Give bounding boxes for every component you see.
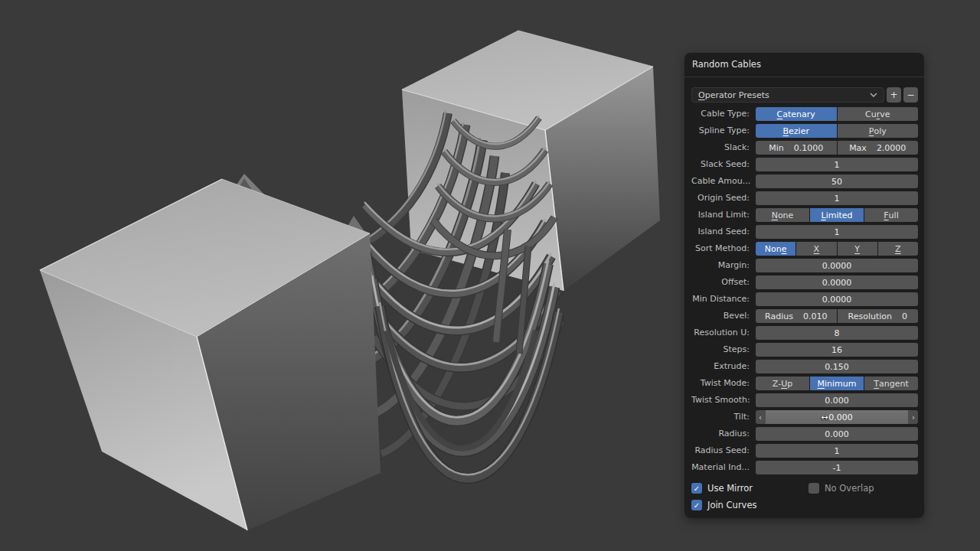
row-cable-type: Cable Type:CatenaryCurve — [691, 107, 918, 121]
field-bevel-resolution[interactable]: Resolution0 — [838, 309, 919, 323]
row-field: 0.150 — [756, 360, 918, 373]
row-field: NoneLimitedFull — [756, 208, 918, 222]
row-min-distance: Min Distance:0.0000 — [691, 292, 918, 306]
field-resolution-u[interactable]: 8 — [756, 326, 918, 340]
segment-none[interactable]: None — [756, 242, 795, 256]
field-cable-amou[interactable]: 50 — [756, 174, 918, 188]
row-field: Radius0.010Resolution0 — [756, 309, 918, 323]
checkbox-row-no-overlap: No Overlap — [808, 482, 874, 494]
row-steps: Steps:16 — [691, 343, 918, 357]
row-label: Twist Smooth: — [691, 393, 756, 407]
row-field: ↔0.000‹› — [756, 410, 918, 424]
add-preset-button[interactable]: + — [887, 87, 901, 103]
segment-x[interactable]: X — [796, 242, 836, 256]
pair-value: 0.010 — [803, 311, 828, 321]
segment-none[interactable]: None — [756, 208, 809, 222]
segment-limited[interactable]: Limited — [810, 208, 864, 222]
row-label: Island Seed: — [691, 225, 756, 239]
row-label: Min Distance: — [691, 292, 756, 306]
row-label: Steps: — [691, 343, 756, 357]
segment-poly[interactable]: Poly — [838, 124, 919, 138]
row-field: 1 — [756, 158, 918, 171]
row-field: 0.000 — [756, 427, 918, 441]
pair-name: Radius — [765, 311, 793, 321]
checkbox-label: No Overlap — [825, 483, 874, 494]
checkbox-join-curves[interactable]: ✓ — [691, 500, 702, 510]
operator-presets-dropdown[interactable]: Operator Presets — [691, 87, 884, 103]
row-radius: Radius:0.000 — [691, 427, 918, 441]
row-label: Origin Seed: — [691, 191, 756, 205]
row-resolution-u: Resolution U:8 — [691, 326, 918, 340]
drag-cursor-icon: ↔ — [821, 412, 828, 422]
remove-preset-button[interactable]: − — [903, 87, 918, 103]
field-min-distance[interactable]: 0.0000 — [756, 292, 918, 306]
panel-separator — [684, 77, 924, 77]
row-label: Island Limit: — [691, 208, 756, 222]
panel-title: Random Cables — [692, 59, 761, 70]
panel-rows: Cable Type:CatenaryCurveSpline Type:Bezi… — [691, 107, 918, 478]
checkbox-label: Join Curves — [707, 500, 757, 510]
row-radius-seed: Radius Seed:1 — [691, 444, 918, 458]
field-offset[interactable]: 0.0000 — [756, 276, 918, 289]
row-margin: Margin:0.0000 — [691, 259, 918, 272]
row-twist-mode: Twist Mode:Z-UpMinimumTangent — [691, 377, 918, 390]
segment-minimum[interactable]: Minimum — [810, 377, 864, 390]
segment-y[interactable]: Y — [838, 242, 877, 256]
segment-full[interactable]: Full — [864, 208, 918, 222]
segment-curve[interactable]: Curve — [838, 107, 919, 121]
row-slack: Slack:Min0.1000Max2.0000 — [691, 141, 918, 155]
field-bevel-radius[interactable]: Radius0.010 — [756, 309, 837, 323]
checkbox-use-mirror[interactable]: ✓ — [691, 483, 702, 494]
pair-value: 0 — [902, 311, 907, 321]
slider-right-arrow-icon[interactable]: › — [912, 410, 915, 424]
row-tilt: Tilt:↔0.000‹› — [691, 410, 918, 424]
pair-name: Min — [769, 143, 784, 153]
row-bevel: Bevel:Radius0.010Resolution0 — [691, 309, 918, 323]
segment-bezier[interactable]: Bezier — [756, 124, 837, 138]
row-label: Tilt: — [691, 410, 756, 424]
blender-window: Random Cables Operator Presets + − Cable… — [0, 0, 980, 551]
row-label: Sort Method: — [691, 242, 756, 256]
slider-tilt[interactable]: ↔0.000‹› — [756, 410, 918, 424]
field-slack-max[interactable]: Max2.0000 — [838, 141, 919, 155]
checkbox-label: Use Mirror — [707, 483, 753, 494]
row-label: Twist Mode: — [691, 377, 756, 390]
field-radius-seed[interactable]: 1 — [756, 444, 918, 458]
random-cables-panel: Random Cables Operator Presets + − Cable… — [684, 53, 924, 518]
row-field: -1 — [756, 461, 918, 474]
row-material-ind: Material Ind...-1 — [691, 461, 918, 474]
field-slack-seed[interactable]: 1 — [756, 158, 918, 171]
row-island-limit: Island Limit:NoneLimitedFull — [691, 208, 918, 222]
field-slack-min[interactable]: Min0.1000 — [756, 141, 837, 155]
row-field: 1 — [756, 225, 918, 239]
segment-z[interactable]: Z — [878, 242, 918, 256]
slider-hover-area[interactable]: ↔0.000 — [766, 410, 908, 424]
field-origin-seed[interactable]: 1 — [756, 191, 918, 205]
field-twist-smooth[interactable]: 0.000 — [756, 393, 918, 407]
checkmark-icon: ✓ — [694, 501, 700, 510]
row-slack-seed: Slack Seed:1 — [691, 158, 918, 171]
segment-z-up[interactable]: Z-Up — [756, 377, 809, 390]
field-material-ind[interactable]: -1 — [756, 461, 918, 474]
row-label: Resolution U: — [691, 326, 756, 340]
row-label: Cable Type: — [691, 107, 756, 121]
field-extrude[interactable]: 0.150 — [756, 360, 918, 373]
operator-presets-row: Operator Presets + − — [691, 87, 918, 103]
slider-left-arrow-icon[interactable]: ‹ — [759, 410, 762, 424]
pair-value: 2.0000 — [877, 143, 906, 153]
row-cable-amou: Cable Amou...50 — [691, 174, 918, 188]
segment-tangent[interactable]: Tangent — [864, 377, 918, 390]
checkbox-row-use-mirror: ✓Use Mirror — [691, 482, 753, 494]
field-steps[interactable]: 16 — [756, 343, 918, 357]
row-label: Bevel: — [691, 309, 756, 323]
checkbox-no-overlap[interactable] — [808, 483, 819, 494]
row-label: Margin: — [691, 259, 756, 272]
field-island-seed[interactable]: 1 — [756, 225, 918, 239]
field-radius[interactable]: 0.000 — [756, 427, 918, 441]
field-margin[interactable]: 0.0000 — [756, 259, 918, 272]
row-field: 0.000 — [756, 393, 918, 407]
segment-catenary[interactable]: Catenary — [756, 107, 837, 121]
operator-presets-label: Operator Presets — [698, 90, 769, 100]
row-label: Radius Seed: — [691, 444, 756, 458]
row-field: Min0.1000Max2.0000 — [756, 141, 918, 155]
